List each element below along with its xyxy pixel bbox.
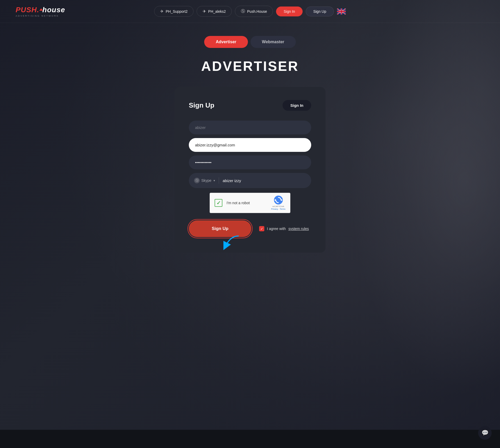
- telegram-aleks-icon: ✈: [203, 9, 206, 14]
- recaptcha-logo: reCAPTCHA Privacy - Terms: [271, 195, 285, 211]
- skype-field: Ⓢ Skype ▾: [189, 173, 311, 188]
- form-sign-in-btn[interactable]: Sign In: [283, 100, 311, 111]
- recaptcha-checkmark: ✓: [216, 200, 221, 206]
- logo-dot: .: [37, 6, 39, 14]
- logo: PUSH . house ADVERTISING NETWORK: [16, 6, 65, 17]
- main-section: Advertiser Webmaster ADVERTISER Sign Up …: [0, 23, 500, 253]
- bottom-bar: [0, 430, 500, 448]
- skype-icon: Ⓢ: [194, 178, 200, 183]
- language-flag[interactable]: [337, 8, 346, 15]
- agree-check-row: ✓ I agree with system rules: [259, 226, 309, 231]
- tab-switcher: Advertiser Webmaster: [204, 36, 296, 48]
- agree-checkbox[interactable]: ✓: [259, 226, 264, 231]
- skype-nav-icon: Ⓢ: [241, 9, 245, 14]
- nav-sign-up-label: Sign Up: [313, 9, 326, 14]
- form-sign-in-label: Sign In: [290, 103, 303, 108]
- agree-text: I agree with: [267, 227, 286, 231]
- agree-link[interactable]: system rules: [288, 227, 309, 231]
- nav-sign-in-btn[interactable]: Sign In: [276, 7, 303, 16]
- sign-up-label: Sign Up: [212, 226, 228, 231]
- chevron-down-icon: ▾: [214, 179, 215, 182]
- skype-input[interactable]: [223, 178, 311, 183]
- nav-aleks-btn[interactable]: ✈ PH_aleks2: [197, 6, 232, 17]
- form-title: Sign Up: [189, 101, 214, 109]
- recaptcha-brand: reCAPTCHA: [271, 205, 285, 208]
- logo-push: PUSH: [16, 6, 37, 14]
- recaptcha-label: I'm not a robot: [227, 201, 267, 205]
- telegram-icon: ✈: [160, 9, 164, 14]
- nav-pushhouse-label: Push.House: [247, 9, 267, 14]
- nav-support-btn[interactable]: ✈ PH_Support2: [154, 6, 193, 17]
- skype-selector[interactable]: Ⓢ Skype ▾: [194, 178, 215, 183]
- logo-house: house: [42, 6, 65, 14]
- page-title: ADVERTISER: [201, 58, 299, 74]
- agree-checkmark-icon: ✓: [260, 227, 263, 231]
- chat-icon: 💬: [482, 430, 489, 436]
- tab-webmaster[interactable]: Webmaster: [251, 36, 296, 48]
- tab-advertiser-label: Advertiser: [216, 40, 236, 44]
- form-bottom: Sign Up ✓ I agree with system rules: [189, 220, 311, 237]
- logo-sub: ADVERTISING NETWORK: [16, 15, 59, 17]
- recaptcha-checkbox[interactable]: ✓: [215, 199, 222, 207]
- blue-arrow-icon: [220, 233, 243, 252]
- email-input[interactable]: [189, 138, 311, 152]
- nav-sign-up-btn[interactable]: Sign Up: [306, 7, 334, 16]
- form-card: Sign Up Sign In Ⓢ Skype ▾: [174, 87, 326, 253]
- skype-divider: [219, 177, 219, 184]
- nav-aleks-label: PH_aleks2: [208, 9, 226, 14]
- chat-bubble[interactable]: 💬: [478, 426, 492, 440]
- password-input[interactable]: [189, 155, 311, 169]
- recaptcha-widget[interactable]: ✓ I'm not a robot reCAPTCHA: [210, 193, 290, 213]
- header: PUSH . house ADVERTISING NETWORK ✈ PH_Su…: [0, 0, 500, 23]
- nav-pushhouse-btn[interactable]: Ⓢ Push.House: [235, 6, 273, 17]
- recaptcha-logo-icon: [274, 195, 283, 205]
- blue-arrow-annotation: [220, 233, 243, 253]
- recaptcha-terms-link[interactable]: Terms: [280, 208, 285, 210]
- tab-advertiser[interactable]: Advertiser: [204, 36, 248, 48]
- nav-sign-in-label: Sign In: [284, 9, 295, 14]
- nav-support-label: PH_Support2: [166, 9, 188, 14]
- recaptcha-privacy-link[interactable]: Privacy: [271, 208, 278, 210]
- form-header: Sign Up Sign In: [189, 100, 311, 111]
- username-input[interactable]: [189, 121, 311, 134]
- agree-row: ✓ I agree with system rules: [259, 226, 309, 231]
- tab-webmaster-label: Webmaster: [262, 40, 284, 44]
- nav-links: ✈ PH_Support2 ✈ PH_aleks2 Ⓢ Push.House S…: [154, 6, 346, 17]
- skype-label: Skype: [201, 178, 211, 183]
